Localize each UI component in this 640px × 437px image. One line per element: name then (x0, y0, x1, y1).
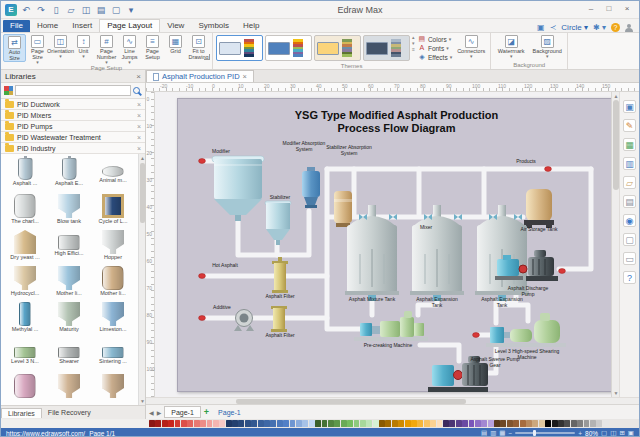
view-fit-icon[interactable]: ▥ (490, 429, 496, 437)
shape-item[interactable]: Mother li... (91, 265, 135, 301)
help-panel-icon[interactable]: ? (623, 271, 636, 284)
palette-swatch[interactable] (366, 420, 372, 427)
line-jumps-button[interactable]: ∿LineJumps▾ (118, 34, 141, 64)
fit-page-icon[interactable]: ▢ (601, 429, 607, 437)
page-size-button[interactable]: ▭PageSize▾ (26, 34, 49, 64)
palette-swatch[interactable] (181, 420, 187, 427)
zoom-area-icon[interactable]: ⊞ (619, 429, 624, 437)
palette-swatch[interactable] (168, 420, 174, 427)
palette-swatch[interactable] (411, 420, 417, 427)
shape-item[interactable]: The charl... (3, 193, 47, 229)
palette-swatch[interactable] (558, 420, 564, 427)
shape-item[interactable] (47, 373, 91, 405)
palette-swatch[interactable] (277, 420, 283, 427)
palette-swatch[interactable] (360, 420, 366, 427)
next-page-icon[interactable]: ▶ (157, 409, 162, 416)
menu-tab-home[interactable]: Home (30, 20, 65, 32)
palette-swatch[interactable] (462, 420, 468, 427)
unit-button[interactable]: ↕Unit▾ (72, 34, 95, 58)
libraries-close-icon[interactable]: × (136, 72, 141, 81)
palette-swatch[interactable] (341, 420, 347, 427)
diagram-label-hot_asphalt[interactable]: Hot Asphalt (202, 263, 248, 269)
vertical-scrollbar[interactable]: ▲ ▼ (612, 92, 620, 397)
menu-tab-view[interactable]: View (160, 20, 191, 32)
palette-swatch[interactable] (545, 420, 551, 427)
page-number-button[interactable]: #PageNumber▾ (95, 34, 118, 64)
diagram-label-stab_abs[interactable]: Stabilizer Absorption System (326, 145, 372, 156)
shape-item[interactable]: High Effici... (47, 229, 91, 265)
palette-swatch[interactable] (513, 420, 519, 427)
circle-dropdown[interactable]: Circle ▾ (561, 23, 588, 32)
palette-swatch[interactable] (270, 420, 276, 427)
grid-button[interactable]: ▦Grid (164, 34, 187, 54)
drawing-page[interactable]: YSG Type Modified Asphalt Production Pro… (177, 98, 611, 392)
shape-item[interactable]: Methylal ... (3, 301, 47, 337)
palette-swatch[interactable] (424, 420, 430, 427)
palette-swatch[interactable] (437, 420, 443, 427)
palette-swatch[interactable] (194, 420, 200, 427)
web-panel-icon[interactable]: ◉ (623, 214, 636, 227)
tab-close-icon[interactable]: × (243, 72, 247, 81)
diagram-label-additive[interactable]: Additive (200, 305, 244, 311)
air-storage-tank[interactable] (524, 189, 554, 228)
effects-button[interactable]: ◈Effects▾ (418, 53, 452, 61)
palette-swatch[interactable] (456, 420, 462, 427)
auto-size-button[interactable]: ⇄AutoSize (3, 34, 26, 62)
prev-page-icon[interactable]: ◀ (149, 409, 154, 416)
diagram-label-mixture[interactable]: Asphalt Mixture Tank (348, 297, 396, 303)
library-group-pid-ductwork[interactable]: PID Ductwork× (1, 99, 145, 110)
palette-swatch[interactable] (245, 420, 251, 427)
background-button[interactable]: ▨Background▾ (529, 34, 565, 58)
palette-swatch[interactable] (443, 420, 449, 427)
edraw-logo-icon[interactable]: E (5, 4, 17, 16)
shape-item[interactable]: Dry yeast ... (3, 229, 47, 265)
shape-item[interactable]: Level 3 N... (3, 337, 47, 373)
page-setup-icon-button[interactable]: ≡PageSetup (141, 34, 164, 60)
shape-item[interactable]: Hydrocycl... (3, 265, 47, 301)
library-filter-icon[interactable] (4, 86, 13, 95)
diagram-label-exp1[interactable]: Asphalt Expansion Tank (413, 297, 461, 308)
fullscreen-icon[interactable]: ▣ (628, 429, 634, 437)
page-panel-icon[interactable]: ▢ (623, 233, 636, 246)
modifier-tank[interactable] (212, 156, 264, 221)
palette-swatch[interactable] (469, 420, 475, 427)
clipboard-panel-icon[interactable]: ▤ (623, 195, 636, 208)
library-group-pid-pumps[interactable]: PID Pumps× (1, 121, 145, 132)
website-link[interactable]: https://www.edrawsoft.com/ (6, 430, 85, 437)
zoom-in-icon[interactable]: + (578, 430, 582, 437)
diagram-label-level3[interactable]: Level 3 High-speed Shearing Machine (490, 349, 564, 360)
palette-swatch[interactable] (577, 420, 583, 427)
palette-swatch[interactable] (500, 420, 506, 427)
palette-swatch[interactable] (603, 420, 609, 427)
palette-swatch[interactable] (494, 420, 500, 427)
print-preview-icon[interactable]: ▢ (110, 4, 122, 16)
palette-swatch[interactable] (347, 420, 353, 427)
diagram-label-filter1[interactable]: Asphalt Filter (258, 294, 302, 300)
shape-item[interactable]: Blow tank (47, 193, 91, 229)
palette-swatch[interactable] (232, 420, 238, 427)
palette-swatch[interactable] (392, 420, 398, 427)
minimize-button[interactable]: – (583, 3, 599, 16)
view-normal-icon[interactable]: ▤ (481, 429, 487, 437)
palette-swatch[interactable] (322, 420, 328, 427)
menu-tab-symbols[interactable]: Symbols (191, 20, 236, 32)
palette-swatch[interactable] (315, 420, 321, 427)
theme-thumbnail-1[interactable] (216, 35, 263, 61)
palette-swatch[interactable] (398, 420, 404, 427)
diagram-label-products[interactable]: Products (504, 159, 548, 165)
chart-panel-icon[interactable]: ▥ (623, 157, 636, 170)
palette-swatch[interactable] (213, 420, 219, 427)
palette-swatch[interactable] (385, 420, 391, 427)
palette-swatch[interactable] (219, 420, 225, 427)
watermark-button[interactable]: ◪Watermark▾ (493, 34, 529, 58)
palette-swatch[interactable] (526, 420, 532, 427)
palette-swatch[interactable] (226, 420, 232, 427)
palette-swatch[interactable] (379, 420, 385, 427)
save-icon[interactable]: ◫ (80, 4, 92, 16)
palette-swatch[interactable] (571, 420, 577, 427)
palette-swatch[interactable] (264, 420, 270, 427)
menu-tab-file[interactable]: File (3, 20, 30, 32)
print-icon[interactable]: ▤ (95, 4, 107, 16)
palette-swatch[interactable] (405, 420, 411, 427)
palette-swatch[interactable] (238, 420, 244, 427)
